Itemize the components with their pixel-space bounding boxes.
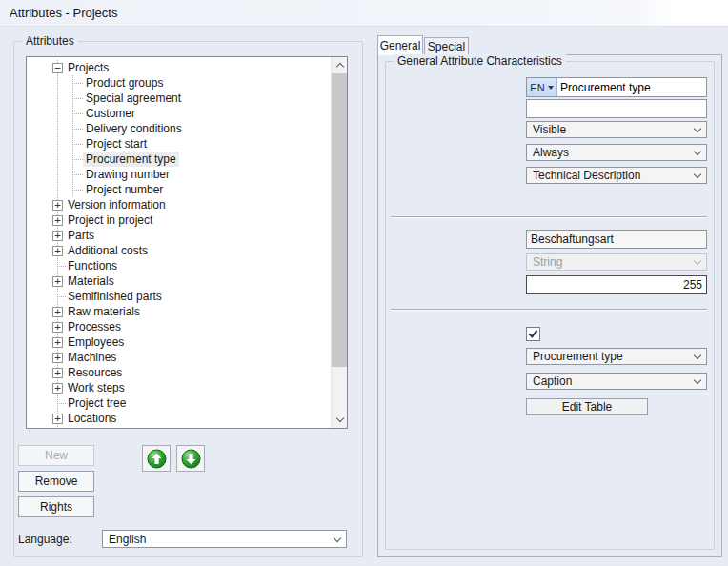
expand-icon[interactable]: + [52,383,63,394]
tree-item-label[interactable]: Project number [83,182,166,197]
tree-item[interactable]: +Raw materials [27,304,331,319]
group-value: Technical Description [533,168,695,183]
table-select[interactable]: Procurement type [526,348,707,365]
caption-language-dropdown[interactable]: EN [527,78,557,96]
tree-scrollbar[interactable] [331,57,347,428]
chevron-down-icon [694,148,701,155]
tree-item-label[interactable]: Processes [65,319,124,334]
tree-item[interactable]: +Locations [27,411,331,426]
tree-item-label[interactable]: Parts [65,228,97,243]
expand-icon[interactable]: + [52,215,63,226]
group-select[interactable]: Technical Description [526,167,707,184]
tree-item-label[interactable]: Project tree [65,395,129,411]
tree-item[interactable]: Drawing number [27,167,331,182]
tree-item[interactable]: +Machines [27,350,331,365]
tree-item[interactable]: Functions [27,258,331,273]
tree-item-label[interactable]: Semifinished parts [65,289,165,304]
expand-icon[interactable]: + [52,246,63,256]
tree-item-label[interactable]: Raw materials [65,304,143,319]
chevron-down-icon [694,257,701,265]
edit-table-button[interactable]: Edit Table [526,398,648,415]
expand-icon[interactable]: + [52,231,63,241]
tab-general[interactable]: General [377,35,423,55]
filter-select[interactable]: Visible [526,121,707,138]
tree-item[interactable]: Semifinished parts [27,289,331,304]
tree-item[interactable]: +Employees [27,334,331,350]
tree-item-label[interactable]: Drawing number [83,167,172,182]
tree-guide-line [72,113,83,114]
tree-item-label[interactable]: Work steps [65,380,128,395]
tree-item-label[interactable]: Customer [83,106,138,121]
tree-item[interactable]: Project number [27,182,331,197]
new-button[interactable]: New [18,445,94,466]
attributes-dialog: Attributes - Projects Attributes −Projec… [0,0,728,566]
language-select[interactable]: English [102,530,347,548]
use-lookup-table-checkbox[interactable] [526,327,540,341]
tree-item[interactable]: +Parts [27,228,331,243]
tree-item[interactable]: Project start [27,136,331,152]
tree-item[interactable]: Project tree [27,395,331,411]
expand-icon[interactable]: + [52,353,63,363]
tree-item[interactable]: +Project in project [27,212,331,228]
tree-item[interactable]: +Processes [27,319,331,334]
tree-item[interactable]: Special agreement [27,91,331,106]
caption-language-code: EN [530,82,544,93]
attributes-tree[interactable]: −ProjectsProduct groupsSpecial agreement… [26,56,348,429]
tree-item[interactable]: +Additional costs [27,243,331,258]
is-mandatory-select[interactable]: Always [526,144,707,161]
tree-guide-line [72,129,83,130]
expand-icon[interactable]: + [52,276,63,287]
tree-item-label[interactable]: Special agreement [83,91,184,106]
internal-name-input[interactable] [526,230,707,249]
expand-icon[interactable]: + [52,414,63,424]
tree-guide-line [72,98,83,99]
scroll-up-button[interactable] [332,57,348,73]
tree-item-label[interactable]: Shift models [65,426,133,429]
tree-item[interactable]: Customer [27,106,331,121]
tree-item-label[interactable]: Project start [83,136,150,152]
scroll-down-button[interactable] [332,412,348,428]
tree-item-label[interactable]: Machines [65,350,119,365]
tree-item-label[interactable]: Functions [65,258,120,273]
tree-item-label[interactable]: Delivery conditions [83,121,185,136]
tree-item-label[interactable]: Locations [65,411,119,426]
expand-icon[interactable]: + [52,368,63,378]
tree-item-label[interactable]: Projects [65,60,111,75]
caption-input[interactable] [557,78,706,96]
tree-guide-line [72,190,83,191]
tree-item-label[interactable]: Product groups [83,75,166,91]
move-down-button[interactable] [176,445,205,472]
expand-icon[interactable]: + [52,200,63,211]
column-select[interactable]: Caption [526,373,707,390]
tree-item[interactable]: +Version information [27,197,331,212]
remove-button[interactable]: Remove [18,471,94,492]
tree-item[interactable]: +Materials [27,273,331,289]
tab-special[interactable]: Special [424,37,469,55]
expand-icon[interactable]: + [52,307,63,317]
tree-item[interactable]: +Shift models [27,426,331,429]
collapse-icon[interactable]: − [52,63,63,73]
tree-item-label[interactable]: Resources [65,365,125,380]
tree-item[interactable]: Procurement type [27,152,331,167]
tree-item[interactable]: −Projects [27,60,331,75]
tree-item-label[interactable]: Procurement type [83,152,179,167]
tree-item-label[interactable]: Employees [65,334,127,350]
tree-item[interactable]: Delivery conditions [27,121,331,136]
rights-button[interactable]: Rights [18,496,94,517]
attributes-group-label: Attributes [22,34,78,48]
move-up-button[interactable] [142,445,171,472]
scrollbar-thumb[interactable] [332,73,348,367]
length-input[interactable] [526,275,707,294]
expand-icon[interactable]: + [52,337,63,348]
tree-guide-line [72,144,83,145]
tree-item-label[interactable]: Materials [65,273,117,289]
tree-item[interactable]: +Resources [27,365,331,380]
expand-icon[interactable]: + [52,322,63,333]
default-value-input[interactable] [526,99,707,118]
tree-guide-line [57,106,58,121]
tree-item-label[interactable]: Project in project [65,212,155,228]
tree-item-label[interactable]: Version information [65,197,169,212]
tree-item[interactable]: +Work steps [27,380,331,395]
tree-item[interactable]: Product groups [27,75,331,91]
tree-item-label[interactable]: Additional costs [65,243,151,258]
